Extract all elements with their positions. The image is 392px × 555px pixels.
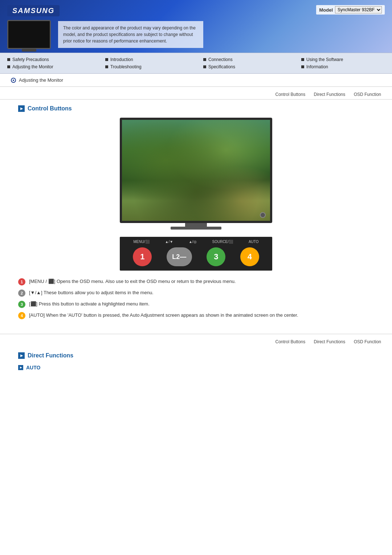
nav-item-safety[interactable]: Safety Precautions — [7, 56, 91, 63]
monitor-screen — [120, 118, 272, 223]
bullet-text-3: [⬛] Press this button to activate a high… — [29, 300, 150, 308]
tab-control-buttons[interactable]: Control Buttons — [275, 92, 306, 97]
nav-bullet — [301, 65, 304, 68]
nav-item-troubleshooting[interactable]: Troubleshooting — [105, 63, 189, 70]
bullet-text-4: [AUTO] When the 'AUTO' button is pressed… — [29, 312, 298, 319]
header-content: The color and appearance of the product … — [7, 20, 385, 49]
nav-bullet — [105, 58, 108, 61]
bullet-num-4: 4 — [18, 312, 25, 319]
header-notice: The color and appearance of the product … — [58, 21, 203, 48]
ctrl-label-source: SOURCE/⬛ — [212, 240, 233, 244]
model-label: Model — [319, 7, 333, 13]
control-button-4[interactable]: 4 — [240, 247, 259, 266]
model-select[interactable]: SyncMaster 932BF — [335, 6, 382, 13]
section-icon-control — [18, 105, 25, 112]
bullet-item-3: 3 [⬛] Press this button to activate a hi… — [18, 300, 374, 308]
monitor-diagram — [120, 118, 272, 230]
tab-osd-function[interactable]: OSD Function — [354, 92, 381, 97]
monitor-stand — [185, 223, 207, 227]
control-panel: MENU/⬛ ▲/▼ ▲/◎ SOURCE/⬛ AUTO 1 L2— 3 4 — [120, 237, 272, 271]
control-button-3[interactable]: 3 — [207, 247, 225, 266]
monitor-screen-inner — [122, 120, 270, 221]
nav-bar: Safety Precautions Adjusting the Monitor… — [0, 53, 392, 74]
breadcrumb-label: Adjusting the Monitor — [19, 77, 63, 83]
monitor-thumbnail — [7, 20, 51, 49]
model-area: Model SyncMaster 932BF — [316, 5, 385, 15]
bullet-item-4: 4 [AUTO] When the 'AUTO' button is press… — [18, 312, 374, 319]
samsung-logo: SAMSUNG — [7, 5, 60, 16]
ctrl-label-brightness: ▲/◎ — [189, 240, 197, 244]
monitor-power-button[interactable] — [260, 212, 266, 218]
breadcrumb-icon — [11, 78, 16, 83]
nav-bullet — [203, 58, 206, 61]
bullet-num-3: 3 — [18, 301, 25, 308]
sub-section-icon — [18, 365, 23, 370]
section-title-control: Control Buttons — [18, 105, 374, 112]
control-buttons-row: 1 L2— 3 4 — [126, 246, 266, 268]
ctrl-label-menu: MENU/⬛ — [133, 240, 149, 244]
tab-direct-functions-bottom[interactable]: Direct Functions — [314, 339, 346, 344]
nav-bullet — [301, 58, 304, 61]
nav-item-specifications[interactable]: Specifications — [203, 63, 287, 70]
bullet-list: 1 [MENU / ⬛] Opens the OSD menu. Also us… — [18, 278, 374, 319]
sub-section-auto: AUTO — [18, 365, 374, 370]
nav-col-4: Using the Software Information — [294, 54, 392, 72]
nav-item-software[interactable]: Using the Software — [301, 56, 385, 63]
nav-bullet — [203, 65, 206, 68]
bullet-num-1: 1 — [18, 278, 25, 285]
control-button-2[interactable]: L2— — [167, 247, 192, 266]
tab-osd-function-bottom[interactable]: OSD Function — [354, 339, 381, 344]
bullet-num-2: 2 — [18, 289, 25, 297]
ctrl-label-vol: ▲/▼ — [165, 240, 173, 244]
bullet-item-2: 2 [▼/▲] These buttons allow you to adjus… — [18, 289, 374, 297]
monitor-base — [171, 227, 221, 230]
breadcrumb: Adjusting the Monitor — [0, 74, 392, 87]
nav-item-intro[interactable]: Introduction — [105, 56, 189, 63]
ctrl-label-auto: AUTO — [249, 240, 259, 244]
nav-item-adjusting[interactable]: Adjusting the Monitor — [7, 63, 91, 70]
bullet-item-1: 1 [MENU / ⬛] Opens the OSD menu. Also us… — [18, 278, 374, 285]
tab-links-bottom: Control Buttons Direct Functions OSD Fun… — [0, 334, 392, 347]
nav-col-2: Introduction Troubleshooting — [98, 54, 196, 72]
tab-control-buttons-bottom[interactable]: Control Buttons — [275, 339, 306, 344]
nav-item-information[interactable]: Information — [301, 63, 385, 70]
control-labels: MENU/⬛ ▲/▼ ▲/◎ SOURCE/⬛ AUTO — [126, 240, 266, 244]
nav-item-connections[interactable]: Connections — [203, 56, 287, 63]
nav-col-3: Connections Specifications — [196, 54, 294, 72]
section-title-direct: Direct Functions — [18, 352, 374, 359]
direct-functions-section: Direct Functions AUTO — [0, 347, 392, 378]
bullet-text-1: [MENU / ⬛] Opens the OSD menu. Also use … — [29, 278, 236, 285]
tab-links-top: Control Buttons Direct Functions OSD Fun… — [0, 87, 392, 100]
nav-bullet — [7, 65, 10, 68]
tab-direct-functions[interactable]: Direct Functions — [314, 92, 346, 97]
nav-bullet — [7, 58, 10, 61]
nav-bullet — [105, 65, 108, 68]
section-icon-direct — [18, 352, 25, 359]
bullet-text-2: [▼/▲] These buttons allow you to adjust … — [29, 289, 154, 296]
control-button-1[interactable]: 1 — [133, 247, 152, 266]
nav-col-1: Safety Precautions Adjusting the Monitor — [0, 54, 98, 72]
control-buttons-section: Control Buttons MENU/⬛ ▲/▼ ▲/◎ SOURCE/⬛ … — [0, 100, 392, 330]
page-header: SAMSUNG Model SyncMaster 932BF The color… — [0, 0, 392, 53]
